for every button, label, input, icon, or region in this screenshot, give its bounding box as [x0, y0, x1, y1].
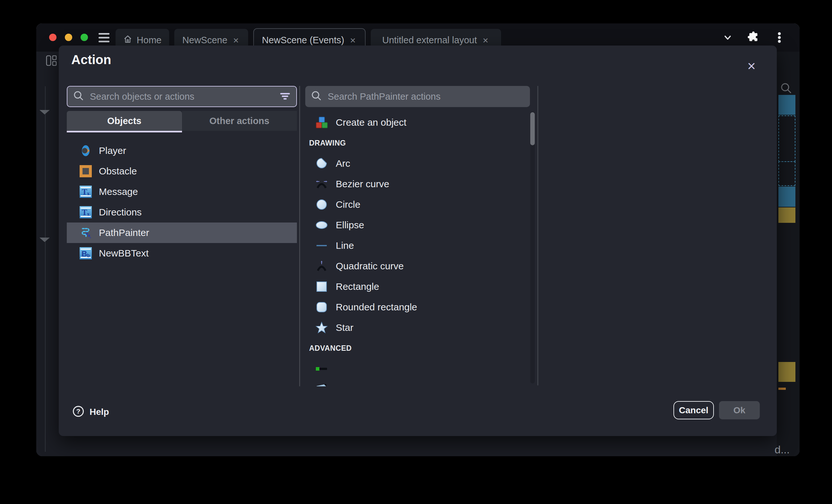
scrollbar-thumb[interactable]: [530, 112, 535, 145]
action-label: Line: [336, 240, 354, 251]
action-item-quadratic-curve[interactable]: Quadratic curve: [305, 256, 530, 276]
svg-text:T: T: [82, 208, 87, 217]
actions-search-box: [305, 86, 530, 107]
minimize-window-button[interactable]: [65, 34, 72, 41]
close-tab-icon[interactable]: ×: [482, 35, 490, 46]
active-tab-underline: [67, 131, 182, 133]
event-block: [778, 95, 796, 115]
action-item-begin-fill-path[interactable]: [305, 359, 530, 379]
event-tree-line: [45, 86, 46, 452]
object-name: Message: [99, 186, 138, 197]
actions-search-input[interactable]: [327, 91, 524, 102]
cutoff-item-icon: [315, 383, 328, 386]
action-item-rectangle[interactable]: Rectangle: [305, 276, 530, 297]
chevron-down-icon[interactable]: [722, 32, 733, 45]
close-tab-icon[interactable]: ×: [348, 35, 357, 46]
svg-text:x: x: [87, 191, 89, 196]
object-name: NewBBText: [99, 248, 149, 259]
svg-text:?: ?: [76, 408, 81, 415]
circle-icon: [315, 198, 328, 211]
action-label: Circle: [336, 199, 361, 210]
list-item-obstacle[interactable]: Obstacle: [67, 161, 297, 181]
list-item-newbbtext[interactable]: Bb NewBBText: [67, 243, 297, 263]
svg-text:B: B: [81, 249, 87, 258]
tree-expander-icon[interactable]: [40, 110, 50, 114]
text-object-icon: Tx: [80, 206, 92, 218]
dialog-title: Action: [71, 53, 111, 67]
bezier-curve-icon: [315, 178, 328, 191]
quadratic-curve-icon: [315, 260, 328, 273]
tab-label: Untitled external layout: [382, 35, 477, 46]
action-item-star[interactable]: Star: [305, 317, 530, 338]
action-list-scrollbar[interactable]: [530, 112, 535, 384]
filter-icon[interactable]: [280, 90, 290, 103]
search-icon: [311, 90, 322, 103]
action-item-circle[interactable]: Circle: [305, 194, 530, 215]
action-label: Ellipse: [336, 220, 364, 230]
object-name: Player: [99, 145, 126, 156]
list-item-pathpainter[interactable]: PathPainter: [67, 223, 297, 243]
create-object-icon: [315, 116, 328, 129]
tab-label: Home: [137, 35, 161, 46]
object-name: PathPainter: [99, 227, 149, 238]
close-dialog-icon[interactable]: ×: [743, 57, 760, 75]
app-window: Home NewScene × NewScene (Events) × Unti…: [36, 23, 800, 456]
svg-text:b: b: [87, 253, 90, 258]
search-events-icon[interactable]: [780, 82, 792, 96]
action-item-rounded-rectangle[interactable]: Rounded rectangle: [305, 297, 530, 317]
action-label: Rectangle: [336, 281, 379, 292]
main-menu-button[interactable]: [99, 33, 109, 42]
home-icon: [123, 35, 132, 46]
action-dialog: Action × Ob: [59, 46, 777, 436]
event-block: [778, 187, 796, 207]
action-label: Rounded rectangle: [336, 302, 417, 313]
ok-button[interactable]: Ok: [719, 401, 760, 419]
objects-search-box: [67, 86, 297, 107]
action-item-bezier-curve[interactable]: Bezier curve: [305, 174, 530, 194]
tab-label: Objects: [107, 116, 141, 126]
zoom-window-button[interactable]: [81, 34, 88, 41]
screen: Home NewScene × NewScene (Events) × Unti…: [0, 0, 832, 504]
event-block-sliver: [778, 388, 786, 390]
action-list: Create an object DRAWING Arc Bezier curv…: [305, 110, 530, 386]
clipped-background-text: d...: [775, 443, 790, 456]
obstacle-icon: [80, 165, 92, 177]
help-button[interactable]: ? Help: [72, 405, 109, 419]
list-item-player[interactable]: Player: [67, 140, 297, 161]
action-item-arc[interactable]: Arc: [305, 153, 530, 174]
tab-label: NewScene: [182, 35, 227, 46]
section-header: DRAWING: [305, 133, 530, 153]
star-icon: [315, 321, 328, 334]
extensions-puzzle-icon[interactable]: [747, 31, 760, 45]
list-edge-divider: [537, 86, 538, 385]
action-item-ellipse[interactable]: Ellipse: [305, 215, 530, 235]
ellipse-icon: [315, 219, 328, 231]
path-painter-icon: [80, 227, 92, 239]
svg-text:T: T: [82, 188, 87, 196]
objects-search-input[interactable]: [89, 91, 275, 102]
event-block: [778, 362, 796, 382]
tab-objects[interactable]: Objects: [67, 111, 182, 131]
bbtext-icon: Bb: [80, 247, 92, 259]
tree-expander-icon[interactable]: [40, 237, 50, 242]
close-window-button[interactable]: [49, 34, 56, 41]
close-tab-icon[interactable]: ×: [232, 35, 240, 46]
text-object-icon: Tx: [80, 186, 92, 198]
kebab-menu-icon[interactable]: [773, 31, 785, 45]
rounded-rectangle-icon: [315, 301, 328, 313]
tab-other-actions[interactable]: Other actions: [182, 111, 297, 131]
titlebar-actions: [722, 31, 785, 45]
event-drop-outline: [778, 115, 796, 162]
action-item-create-object[interactable]: Create an object: [305, 112, 530, 133]
rectangle-icon: [315, 280, 328, 293]
svg-text:x: x: [87, 211, 89, 217]
list-item-directions[interactable]: Tx Directions: [67, 202, 297, 223]
action-item-line[interactable]: Line: [305, 235, 530, 256]
object-list: Player Obstacle Tx Message Tx Directi: [67, 140, 297, 263]
action-label: Bezier curve: [336, 178, 389, 190]
list-item-message[interactable]: Tx Message: [67, 181, 297, 202]
cancel-button[interactable]: Cancel: [673, 401, 714, 419]
layout-panels-icon[interactable]: [46, 55, 57, 67]
object-name: Obstacle: [99, 166, 137, 177]
action-item-cutoff[interactable]: [305, 379, 530, 386]
